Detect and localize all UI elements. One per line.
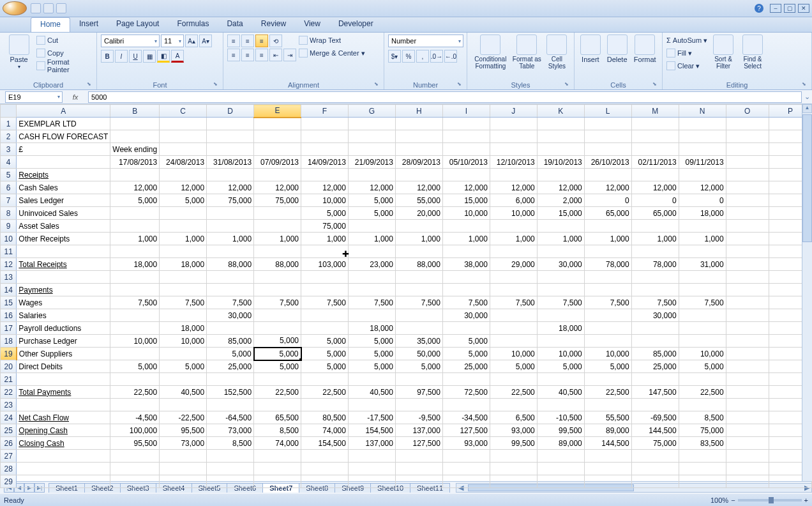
column-header[interactable]: I — [442, 105, 490, 118]
cell[interactable] — [254, 130, 301, 143]
cell[interactable]: 7,500 — [254, 296, 301, 309]
cell[interactable]: 137,000 — [348, 437, 395, 450]
column-header[interactable]: F — [301, 105, 349, 118]
cell[interactable] — [207, 373, 254, 386]
cell[interactable]: 12,000 — [207, 181, 254, 194]
clear-button[interactable]: Clear ▾ — [666, 60, 707, 72]
formula-expand-button[interactable]: ⌄ — [802, 93, 812, 101]
cell[interactable] — [726, 475, 769, 488]
row-header[interactable]: 29 — [1, 475, 17, 488]
column-header[interactable]: K — [537, 105, 584, 118]
cell[interactable]: 88,000 — [395, 258, 442, 271]
copy-button[interactable]: Copy — [36, 47, 93, 59]
cell[interactable]: 144,500 — [584, 437, 631, 450]
decrease-indent-button[interactable]: ⇤ — [269, 49, 282, 61]
cell[interactable] — [395, 309, 442, 322]
cell[interactable]: 1,000 — [207, 233, 254, 245]
cell[interactable]: 1,000 — [537, 233, 584, 245]
cell[interactable]: 6,000 — [490, 194, 537, 207]
row-header[interactable]: 8 — [1, 207, 17, 220]
row-header[interactable]: 23 — [1, 399, 17, 411]
align-center-button[interactable]: ≡ — [241, 49, 254, 61]
cell[interactable] — [160, 245, 207, 258]
cell[interactable]: 22,500 — [110, 386, 160, 399]
cell[interactable]: -34,500 — [442, 411, 490, 424]
cell[interactable] — [726, 373, 769, 386]
merge-center-button[interactable]: Merge & Center ▾ — [299, 47, 365, 59]
cell[interactable]: Total Payments — [17, 386, 110, 399]
cell[interactable]: Receipts — [17, 169, 110, 181]
cell[interactable]: Payments — [17, 284, 110, 296]
cell[interactable] — [537, 118, 584, 130]
cell[interactable]: 85,000 — [207, 335, 254, 348]
cell[interactable] — [679, 335, 726, 348]
format-painter-button[interactable]: Format Painter — [36, 60, 93, 72]
cell[interactable]: 10,000 — [490, 207, 537, 220]
cell[interactable] — [537, 169, 584, 181]
cell[interactable]: 30,000 — [537, 258, 584, 271]
cell[interactable]: -22,500 — [160, 411, 207, 424]
cell[interactable] — [726, 118, 769, 130]
cell[interactable] — [726, 450, 769, 463]
cell[interactable] — [726, 220, 769, 233]
cell[interactable]: 7,500 — [160, 296, 207, 309]
cell[interactable]: 25,000 — [442, 360, 490, 373]
cell[interactable]: 7,500 — [537, 296, 584, 309]
cell[interactable] — [631, 373, 679, 386]
cell[interactable]: 127,500 — [395, 437, 442, 450]
row-header[interactable]: 24 — [1, 411, 17, 424]
cell[interactable] — [160, 130, 207, 143]
row-header[interactable]: 12 — [1, 258, 17, 271]
cell[interactable]: 18,000 — [348, 322, 395, 335]
cell[interactable]: 5,000 — [160, 360, 207, 373]
align-middle-button[interactable]: ≡ — [241, 34, 254, 47]
cell[interactable]: 5,000 — [348, 335, 395, 348]
cell[interactable] — [17, 463, 110, 475]
cell[interactable]: Other Suppliers — [17, 348, 110, 360]
cell[interactable] — [110, 373, 160, 386]
cell[interactable] — [207, 169, 254, 181]
zoom-level[interactable]: 100% — [710, 496, 728, 504]
delete-cells-button[interactable]: Delete — [605, 34, 629, 63]
cell[interactable] — [726, 411, 769, 424]
conditional-formatting-button[interactable]: Conditional Formatting — [471, 34, 510, 70]
cell[interactable] — [160, 463, 207, 475]
cell[interactable]: 89,000 — [537, 437, 584, 450]
cell[interactable] — [17, 373, 110, 386]
cell[interactable] — [442, 143, 490, 156]
cell[interactable] — [537, 475, 584, 488]
column-header[interactable]: M — [631, 105, 679, 118]
cell[interactable] — [207, 322, 254, 335]
cell[interactable]: 85,000 — [631, 348, 679, 360]
row-header[interactable]: 17 — [1, 322, 17, 335]
cell[interactable]: 1,000 — [348, 233, 395, 245]
cell[interactable]: 19/10/2013 — [537, 156, 584, 169]
cell[interactable]: 75,000 — [631, 437, 679, 450]
cell[interactable]: Net Cash Flow — [17, 411, 110, 424]
cell[interactable]: 5,000 — [160, 194, 207, 207]
cell[interactable]: 12,000 — [679, 181, 726, 194]
cell[interactable] — [442, 463, 490, 475]
cell[interactable]: 8,500 — [254, 424, 301, 437]
orientation-button[interactable]: ⟲ — [269, 34, 282, 47]
cell[interactable] — [726, 207, 769, 220]
cell[interactable]: 18,000 — [160, 258, 207, 271]
cell[interactable]: Sales Ledger — [17, 194, 110, 207]
row-header[interactable]: 20 — [1, 360, 17, 373]
cell[interactable] — [537, 271, 584, 284]
row-header[interactable]: 5 — [1, 169, 17, 181]
row-header[interactable]: 22 — [1, 386, 17, 399]
cell[interactable]: 25,000 — [207, 360, 254, 373]
cell[interactable] — [207, 130, 254, 143]
cell[interactable] — [110, 118, 160, 130]
cell[interactable] — [254, 373, 301, 386]
cell[interactable] — [726, 386, 769, 399]
align-top-button[interactable]: ≡ — [227, 34, 240, 47]
cell[interactable]: 5,000 — [348, 194, 395, 207]
cell[interactable] — [442, 220, 490, 233]
cell[interactable] — [348, 284, 395, 296]
ribbon-tab-view[interactable]: View — [295, 17, 329, 32]
paste-button[interactable]: Paste▾ — [4, 34, 34, 70]
cell[interactable] — [254, 322, 301, 335]
cell[interactable]: 83,500 — [679, 437, 726, 450]
